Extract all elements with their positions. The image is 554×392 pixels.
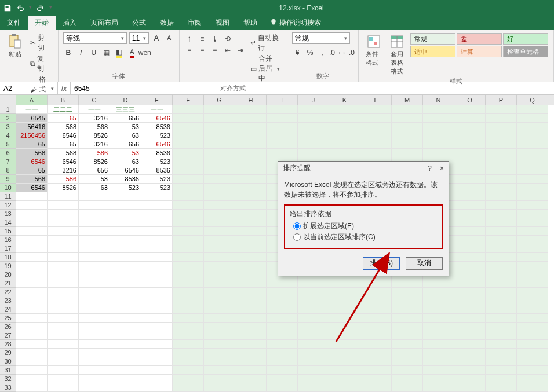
cell[interactable] xyxy=(48,253,79,262)
cell[interactable] xyxy=(454,114,486,123)
cell[interactable]: 3216 xyxy=(79,114,110,123)
cell[interactable] xyxy=(267,296,298,305)
cell[interactable] xyxy=(486,236,517,244)
cell[interactable]: 53 xyxy=(110,149,141,157)
cell[interactable] xyxy=(423,357,454,366)
tab-file[interactable]: 文件 xyxy=(0,16,28,30)
cell[interactable] xyxy=(235,349,267,357)
style-normal[interactable]: 常规 xyxy=(410,33,455,45)
cell[interactable] xyxy=(235,279,267,288)
cell[interactable] xyxy=(454,123,486,131)
cell[interactable] xyxy=(329,149,360,157)
align-middle-button[interactable]: ≡ xyxy=(197,34,207,44)
style-neutral[interactable]: 适中 xyxy=(410,46,455,57)
cell[interactable] xyxy=(454,262,486,270)
cell[interactable] xyxy=(110,305,141,314)
cell[interactable] xyxy=(235,105,267,114)
comma-button[interactable]: , xyxy=(318,47,328,58)
cell[interactable] xyxy=(141,236,173,244)
cell[interactable] xyxy=(517,105,548,114)
cell[interactable] xyxy=(235,131,267,140)
cell[interactable] xyxy=(267,366,298,375)
align-center-button[interactable]: ≡ xyxy=(197,45,207,56)
row-header[interactable]: 23 xyxy=(0,296,16,305)
row-header[interactable]: 6 xyxy=(0,149,16,157)
cell[interactable] xyxy=(517,218,548,227)
cell[interactable] xyxy=(360,305,392,314)
cell[interactable] xyxy=(173,175,204,184)
row-header[interactable]: 27 xyxy=(0,331,16,340)
cell[interactable] xyxy=(454,157,486,166)
cell[interactable] xyxy=(141,244,173,253)
cell[interactable] xyxy=(141,383,173,392)
tab-formulas[interactable]: 公式 xyxy=(125,16,153,30)
cell[interactable] xyxy=(204,357,235,366)
row-header[interactable]: 9 xyxy=(0,175,16,184)
cell[interactable] xyxy=(141,227,173,236)
cell[interactable] xyxy=(79,288,110,296)
cell[interactable]: 56416 xyxy=(16,123,48,131)
cell[interactable] xyxy=(79,218,110,227)
cell[interactable] xyxy=(423,366,454,375)
cell[interactable] xyxy=(360,279,392,288)
cell[interactable] xyxy=(517,305,548,314)
cell[interactable] xyxy=(235,184,267,192)
cell[interactable] xyxy=(235,323,267,331)
cell[interactable] xyxy=(204,288,235,296)
cell[interactable] xyxy=(517,131,548,140)
cell[interactable] xyxy=(173,210,204,218)
cell[interactable] xyxy=(141,270,173,279)
cell[interactable] xyxy=(329,314,360,323)
indent-dec-button[interactable]: ⇤ xyxy=(223,45,233,56)
cell[interactable]: 656 xyxy=(79,166,110,175)
cell[interactable] xyxy=(235,314,267,323)
cell[interactable]: 65 xyxy=(16,140,48,149)
conditional-format-button[interactable]: 条件格式 xyxy=(363,32,384,68)
cell[interactable] xyxy=(517,227,548,236)
cell[interactable] xyxy=(517,210,548,218)
cell[interactable] xyxy=(110,253,141,262)
cell[interactable] xyxy=(423,288,454,296)
cell[interactable] xyxy=(110,296,141,305)
italic-button[interactable]: I xyxy=(76,47,86,58)
cell[interactable] xyxy=(110,201,141,210)
cell[interactable]: 一一 xyxy=(16,105,48,114)
cell[interactable] xyxy=(392,279,423,288)
cell[interactable] xyxy=(360,123,392,131)
row-header[interactable]: 29 xyxy=(0,349,16,357)
cell[interactable] xyxy=(235,218,267,227)
cell[interactable] xyxy=(360,366,392,375)
cell[interactable] xyxy=(110,262,141,270)
cell[interactable] xyxy=(454,105,486,114)
cell[interactable] xyxy=(517,375,548,383)
cell[interactable] xyxy=(204,175,235,184)
cell[interactable] xyxy=(48,236,79,244)
cell[interactable] xyxy=(110,357,141,366)
cell[interactable] xyxy=(486,262,517,270)
cell[interactable] xyxy=(517,314,548,323)
row-header[interactable]: 30 xyxy=(0,357,16,366)
cell[interactable] xyxy=(141,357,173,366)
cell[interactable] xyxy=(329,305,360,314)
cell[interactable] xyxy=(423,131,454,140)
cell[interactable] xyxy=(141,340,173,349)
cell[interactable] xyxy=(235,175,267,184)
cell[interactable] xyxy=(110,288,141,296)
cell[interactable] xyxy=(79,349,110,357)
cell[interactable] xyxy=(298,279,329,288)
cell[interactable] xyxy=(486,331,517,340)
merge-button[interactable]: ▭合并后居中▾ xyxy=(248,53,282,84)
row-header[interactable]: 31 xyxy=(0,366,16,375)
cell[interactable] xyxy=(392,375,423,383)
cell[interactable] xyxy=(517,262,548,270)
cell[interactable]: 8536 xyxy=(141,123,173,131)
cell[interactable]: 568 xyxy=(16,175,48,184)
row-header[interactable]: 25 xyxy=(0,314,16,323)
cell[interactable]: 65 xyxy=(48,140,79,149)
col-header-f[interactable]: F xyxy=(173,95,204,105)
cell[interactable] xyxy=(141,262,173,270)
style-bad[interactable]: 差 xyxy=(457,33,502,45)
cell[interactable] xyxy=(267,340,298,349)
cell[interactable]: 568 xyxy=(79,123,110,131)
cell[interactable] xyxy=(173,383,204,392)
